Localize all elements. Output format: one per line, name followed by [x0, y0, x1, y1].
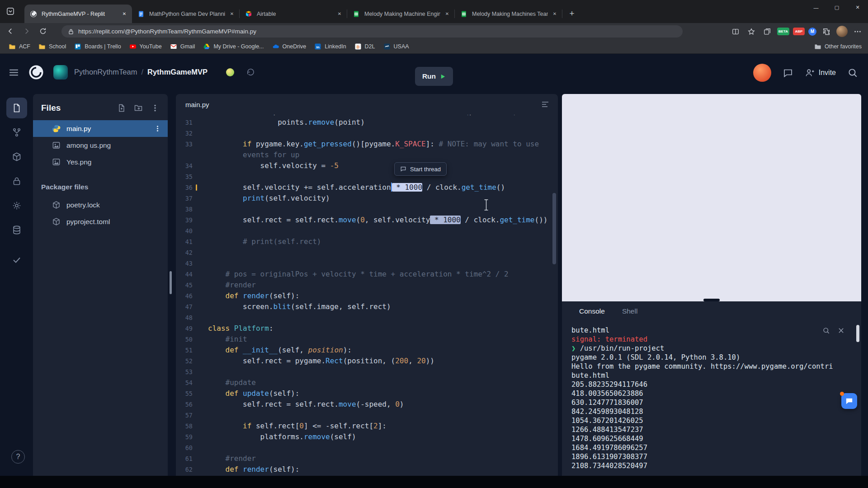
close-button[interactable]: ✕ — [847, 0, 868, 15]
minimize-button[interactable]: — — [806, 0, 826, 15]
files-menu-icon[interactable] — [151, 103, 160, 113]
browser-tab[interactable]: Melody Making Machine Engine...✕ — [347, 5, 455, 23]
browser-tab[interactable]: RythmGameMVP - Replit✕ — [24, 5, 132, 23]
code-line[interactable]: 32 — [176, 128, 558, 139]
file-item[interactable]: main.py — [33, 120, 168, 137]
code-line[interactable]: 60 — [176, 442, 558, 453]
replit-logo[interactable] — [28, 64, 44, 80]
new-tab-button[interactable]: + — [566, 8, 578, 19]
browser-tab[interactable]: Melody Making Machines Team...✕ — [455, 5, 562, 23]
invite-button[interactable]: Invite — [805, 68, 836, 78]
code-area[interactable]: 30 if point.rect != None and self.rect.c… — [176, 115, 558, 476]
rail-secrets-button[interactable] — [6, 171, 27, 192]
bookmark-item[interactable]: DD2L — [350, 42, 379, 52]
rail-settings-button[interactable] — [6, 195, 27, 216]
code-line[interactable]: 31 points.remove(point) — [176, 117, 558, 128]
console-output[interactable]: bute.htmlsignal: terminated❯ /usr/bin/ru… — [562, 321, 861, 476]
console-clear-icon[interactable] — [837, 327, 845, 334]
team-avatar[interactable] — [53, 65, 68, 80]
code-line[interactable]: 46 def render(self): — [176, 291, 558, 301]
extension-m-icon[interactable]: M — [808, 28, 816, 36]
code-line[interactable]: 58 if self.rect[0] <= -self.rect[2]: — [176, 421, 558, 432]
help-button[interactable]: ? — [11, 450, 25, 464]
code-line[interactable]: 55 def update(self): — [176, 388, 558, 399]
file-item[interactable]: among us.png — [33, 137, 168, 154]
console-scrollbar[interactable] — [856, 325, 859, 342]
rail-database-button[interactable] — [6, 220, 27, 240]
bookmark-item[interactable]: School — [34, 42, 70, 52]
code-line[interactable]: events for up — [176, 150, 558, 160]
extensions-menu-icon[interactable] — [821, 26, 832, 38]
console-search-icon[interactable] — [822, 327, 830, 334]
packager-file-item[interactable]: pyproject.toml — [33, 213, 168, 230]
collections-icon[interactable] — [761, 26, 773, 38]
bookmark-item[interactable]: ACF — [5, 42, 34, 52]
rail-version-control-button[interactable] — [6, 122, 27, 143]
maximize-button[interactable]: ▢ — [826, 0, 847, 15]
code-line[interactable]: 39 self.rect = self.rect.move(0, self.ve… — [176, 215, 558, 225]
bookmark-item[interactable]: Gmail — [166, 42, 199, 52]
code-line[interactable]: 42 — [176, 247, 558, 258]
bookmark-item[interactable]: My Drive - Google... — [199, 42, 268, 52]
code-line[interactable]: 51 def __init__(self, position): — [176, 345, 558, 356]
run-button[interactable]: Run — [415, 67, 453, 86]
rail-packages-button[interactable] — [6, 146, 27, 167]
user-avatar[interactable] — [753, 64, 771, 82]
favorites-icon[interactable] — [745, 26, 757, 38]
tab-close-icon[interactable]: ✕ — [443, 10, 451, 18]
split-screen-icon[interactable] — [730, 26, 741, 38]
tab-close-icon[interactable]: ✕ — [335, 10, 344, 18]
file-item[interactable]: Yes.png — [33, 154, 168, 170]
bookmark-item[interactable]: YouTube — [125, 42, 166, 52]
code-line[interactable]: 54 #update — [176, 377, 558, 388]
search-icon[interactable] — [847, 67, 858, 78]
rail-checks-button[interactable] — [6, 249, 27, 270]
tab-actions-icon[interactable] — [5, 6, 15, 16]
bookmark-item[interactable]: inLinkedIn — [310, 42, 350, 52]
start-thread-button[interactable]: Start thread — [394, 162, 447, 176]
new-folder-icon[interactable] — [134, 103, 143, 113]
browser-menu-icon[interactable] — [852, 26, 863, 38]
tab-close-icon[interactable]: ✕ — [120, 10, 128, 18]
game-output-display[interactable] — [562, 94, 861, 301]
tab-console[interactable]: Console — [579, 307, 605, 315]
editor-format-icon[interactable] — [541, 100, 550, 109]
editor-tab-main-py[interactable]: main.py — [185, 101, 209, 108]
code-line[interactable]: 40 — [176, 225, 558, 236]
other-favorites-button[interactable]: Other favorites — [814, 43, 862, 50]
repl-status-icon[interactable] — [226, 68, 234, 76]
tab-close-icon[interactable]: ✕ — [228, 10, 236, 18]
code-line[interactable]: 41 # print(self.rect) — [176, 236, 558, 247]
back-button[interactable] — [5, 25, 16, 37]
extension-abp-icon[interactable]: ABP — [793, 28, 805, 35]
code-line[interactable]: 62 def render(self): — [176, 464, 558, 475]
code-line[interactable]: 45 #render — [176, 280, 558, 291]
extension-beta-icon[interactable]: BETA — [777, 28, 789, 35]
bookmark-item[interactable]: USAA — [379, 42, 413, 52]
browser-profile-avatar[interactable] — [836, 26, 848, 37]
new-file-icon[interactable] — [117, 103, 126, 113]
code-line[interactable]: 53 — [176, 366, 558, 377]
chat-icon[interactable] — [783, 67, 793, 78]
history-icon[interactable] — [246, 67, 255, 77]
code-line[interactable]: 47 screen.blit(self.image, self.rect) — [176, 301, 558, 312]
code-line[interactable]: 61 #render — [176, 453, 558, 464]
code-line[interactable]: 35 — [176, 171, 558, 182]
browser-tab[interactable]: Airtable✕ — [240, 5, 347, 23]
code-line[interactable]: 38 — [176, 204, 558, 215]
bookmark-item[interactable]: OneDrive — [268, 42, 311, 52]
tab-shell[interactable]: Shell — [622, 307, 637, 315]
code-line[interactable]: 56 self.rect = self.rect.move(-speed, 0) — [176, 399, 558, 410]
bookmark-item[interactable]: Boards | Trello — [70, 42, 125, 52]
code-line[interactable]: 57 — [176, 410, 558, 421]
feedback-chat-button[interactable] — [841, 393, 857, 409]
code-line[interactable]: 49class Platform: — [176, 323, 558, 334]
code-line[interactable]: 50 #init — [176, 334, 558, 345]
code-line[interactable]: 48 — [176, 312, 558, 323]
code-line[interactable]: 33 if pygame.key.get_pressed()[pygame.K_… — [176, 139, 558, 150]
code-line[interactable]: 43 — [176, 258, 558, 269]
tab-close-icon[interactable]: ✕ — [551, 10, 559, 18]
packager-file-item[interactable]: poetry.lock — [33, 197, 168, 213]
editor-scrollbar[interactable] — [552, 193, 556, 264]
panel-resize-handle[interactable] — [170, 271, 172, 294]
